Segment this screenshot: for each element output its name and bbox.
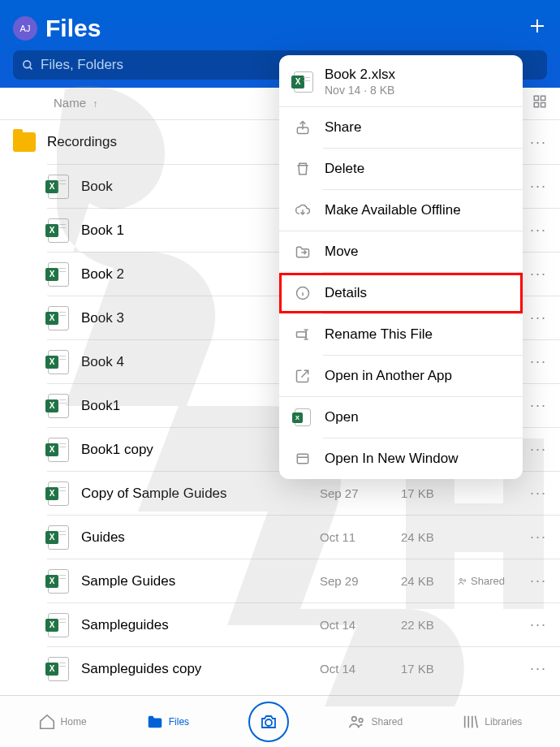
menu-item-label: Open xyxy=(325,409,359,425)
window-icon xyxy=(294,450,312,468)
nav-shared-label: Shared xyxy=(371,716,403,728)
file-name: Sampleguides xyxy=(81,617,320,633)
menu-item-label: Make Available Offline xyxy=(325,202,461,218)
context-file-meta: Nov 14 · 8 KB xyxy=(325,84,508,97)
file-name: Guides xyxy=(81,529,320,546)
nav-files-label: Files xyxy=(169,716,189,728)
menu-item-open-external[interactable]: Open in Another App xyxy=(279,356,523,396)
file-actions-button[interactable]: ··· xyxy=(523,572,547,589)
grid-view-toggle[interactable] xyxy=(532,94,547,111)
sort-arrow-icon: ↑ xyxy=(93,98,97,110)
excel-file-icon: X xyxy=(48,175,69,199)
file-actions-button[interactable]: ··· xyxy=(523,266,547,283)
menu-item-folder-move[interactable]: Move xyxy=(279,231,523,272)
svg-point-21 xyxy=(352,716,357,721)
excel-file-icon: X xyxy=(48,438,69,462)
excel-file-icon: X xyxy=(48,306,69,330)
file-actions-button[interactable]: ··· xyxy=(523,178,547,195)
menu-item-label: Share xyxy=(325,119,361,136)
svg-point-8 xyxy=(460,578,463,581)
file-actions-button[interactable]: ··· xyxy=(523,660,547,677)
svg-line-3 xyxy=(29,67,32,69)
open-external-icon xyxy=(294,367,312,385)
menu-item-rename[interactable]: Rename This File xyxy=(279,314,523,355)
excel-file-icon: X xyxy=(48,657,69,681)
folder-icon xyxy=(146,713,164,731)
excel-file-icon: X xyxy=(48,350,69,374)
menu-item-label: Open In New Window xyxy=(325,451,458,467)
nav-home[interactable]: Home xyxy=(38,713,87,731)
menu-item-trash[interactable]: Delete xyxy=(279,149,523,189)
nav-home-label: Home xyxy=(61,716,87,728)
file-size: 17 KB xyxy=(401,486,458,500)
file-actions-button[interactable]: ··· xyxy=(523,485,547,502)
excel-file-icon: X xyxy=(48,218,69,243)
svg-point-9 xyxy=(463,579,466,581)
file-actions-button[interactable]: ··· xyxy=(523,134,547,151)
context-file-name: Book 2.xlsx xyxy=(325,67,508,83)
nav-files[interactable]: Files xyxy=(146,713,189,731)
menu-item-cloud-download[interactable]: Make Available Offline xyxy=(279,190,523,231)
avatar[interactable]: AJ xyxy=(13,16,37,41)
file-name: Sampleguides copy xyxy=(81,661,320,677)
svg-rect-18 xyxy=(297,454,308,464)
add-button[interactable] xyxy=(528,15,547,41)
bottom-nav: Home Files Shared Libraries xyxy=(0,695,560,747)
nav-libraries-label: Libraries xyxy=(485,716,522,728)
file-size: 22 KB xyxy=(401,618,458,632)
menu-item-label: Rename This File xyxy=(325,326,433,343)
file-date: Sep 27 xyxy=(320,486,401,500)
library-icon xyxy=(462,713,480,731)
menu-item-window[interactable]: Open In New Window xyxy=(279,438,523,479)
file-row[interactable]: XSample GuidesSep 2924 KBShared··· xyxy=(47,559,560,602)
file-row[interactable]: XSampleguides copyOct 1417 KB··· xyxy=(47,646,560,690)
excel-file-icon: X xyxy=(48,394,69,418)
excel-file-icon: X xyxy=(48,569,69,594)
file-actions-button[interactable]: ··· xyxy=(523,397,547,414)
share-icon xyxy=(294,119,312,136)
home-icon xyxy=(38,713,56,731)
nav-libraries[interactable]: Libraries xyxy=(462,713,522,731)
excel-file-icon: X xyxy=(48,613,69,637)
excel-file-icon: X xyxy=(294,71,313,93)
camera-icon xyxy=(259,712,278,732)
cloud-download-icon xyxy=(294,201,312,219)
search-icon xyxy=(21,58,34,71)
nav-shared[interactable]: Shared xyxy=(348,713,403,731)
svg-point-20 xyxy=(265,719,272,726)
file-name: Copy of Sample Guides xyxy=(81,486,320,502)
file-size: 24 KB xyxy=(401,574,458,588)
grid-icon xyxy=(532,94,547,109)
folder-icon xyxy=(13,132,36,152)
folder-move-icon xyxy=(294,243,312,261)
context-menu-header: X Book 2.xlsx Nov 14 · 8 KB xyxy=(279,55,523,106)
file-actions-button[interactable]: ··· xyxy=(523,353,547,370)
file-actions-button[interactable]: ··· xyxy=(523,529,547,546)
excel-file-icon: X xyxy=(48,262,69,287)
excel-icon: X xyxy=(294,408,312,426)
menu-item-info[interactable]: Details xyxy=(279,273,523,313)
file-row[interactable]: XGuidesOct 1124 KB··· xyxy=(47,515,560,559)
file-date: Sep 29 xyxy=(320,574,401,588)
file-size: 24 KB xyxy=(401,530,458,544)
file-row[interactable]: XSampleguidesOct 1422 KB··· xyxy=(47,602,560,646)
plus-icon xyxy=(528,16,547,36)
page-title: Files xyxy=(45,15,528,42)
svg-rect-6 xyxy=(534,103,538,107)
file-size: 17 KB xyxy=(401,662,458,676)
file-actions-button[interactable]: ··· xyxy=(523,616,547,633)
camera-button[interactable] xyxy=(248,702,289,742)
file-date: Oct 14 xyxy=(320,662,401,676)
file-date: Oct 14 xyxy=(320,618,401,632)
file-actions-button[interactable]: ··· xyxy=(523,222,547,239)
svg-rect-4 xyxy=(534,96,538,100)
rename-icon xyxy=(294,326,312,343)
shared-badge: Shared xyxy=(458,575,523,587)
file-actions-button[interactable]: ··· xyxy=(523,309,547,326)
file-actions-button[interactable]: ··· xyxy=(523,441,547,458)
svg-rect-5 xyxy=(541,96,545,100)
excel-file-icon: X xyxy=(48,481,69,506)
menu-item-share[interactable]: Share xyxy=(279,107,523,148)
trash-icon xyxy=(294,160,312,178)
menu-item-excel[interactable]: XOpen xyxy=(279,397,523,438)
